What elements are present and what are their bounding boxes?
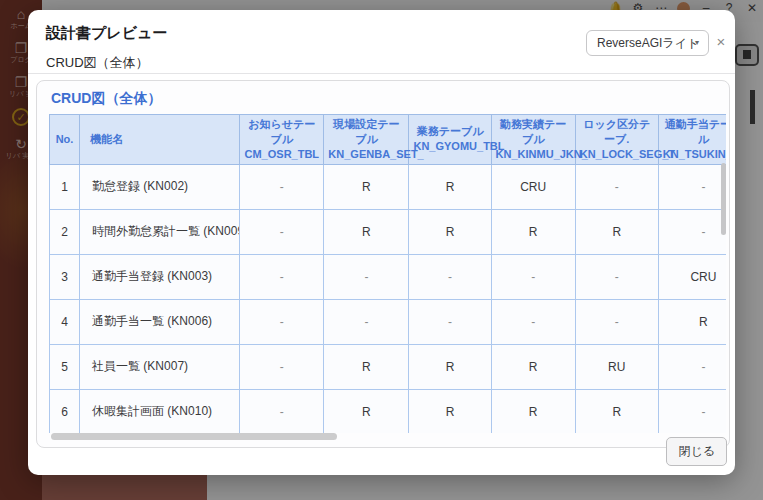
cell-crud-value: - xyxy=(240,164,324,209)
table-row: 6休暇集計画面 (KN010)-RRRR- xyxy=(50,389,727,433)
crud-header-row: No.機能名お知らせテーブルCM_OSR_TBL現場設定テーブルKN_GENBA… xyxy=(50,115,727,165)
cell-crud-value: - xyxy=(575,254,658,299)
cell-no: 4 xyxy=(50,299,80,344)
cell-function-name: 休暇集計画面 (KN010) xyxy=(80,389,240,433)
vertical-scrollbar[interactable] xyxy=(721,163,726,235)
cell-crud-value: - xyxy=(491,254,575,299)
cell-crud-value: R xyxy=(575,209,658,254)
crud-table-viewport: No.機能名お知らせテーブルCM_OSR_TBL現場設定テーブルKN_GENBA… xyxy=(49,114,726,433)
table-row: 1勤怠登録 (KN002)-RRCRU-- xyxy=(50,164,727,209)
chevron-down-icon: ▾ xyxy=(695,31,699,55)
cell-no: 3 xyxy=(50,254,80,299)
cell-function-name: 通勤手当一覧 (KN006) xyxy=(80,299,240,344)
cell-function-name: 勤怠登録 (KN002) xyxy=(80,164,240,209)
cell-crud-value: - xyxy=(240,299,324,344)
table-row: 4通勤手当一覧 (KN006)-----R xyxy=(50,299,727,344)
column-header: No. xyxy=(50,115,80,165)
cell-no: 6 xyxy=(50,389,80,433)
cell-function-name: 通勤手当登録 (KN003) xyxy=(80,254,240,299)
cell-crud-value: - xyxy=(409,299,491,344)
cell-crud-value: R xyxy=(324,209,409,254)
cell-crud-value: - xyxy=(240,344,324,389)
cell-crud-value: - xyxy=(240,209,324,254)
crud-diagram-title: CRUD図（全体） xyxy=(51,90,161,108)
cell-crud-value: R xyxy=(409,209,491,254)
crud-table: No.機能名お知らせテーブルCM_OSR_TBL現場設定テーブルKN_GENBA… xyxy=(49,114,726,433)
horizontal-scrollbar[interactable] xyxy=(51,433,337,440)
cell-crud-value: R xyxy=(324,389,409,433)
cell-function-name: 時間外勤怠累計一覧 (KN009) xyxy=(80,209,240,254)
cell-crud-value: - xyxy=(324,299,409,344)
cell-crud-value: R xyxy=(409,344,491,389)
cell-crud-value: - xyxy=(575,299,658,344)
crud-content-box: CRUD図（全体） No.機能名お知らせテーブルCM_OSR_TBL現場設定テー… xyxy=(36,80,730,448)
header-divider xyxy=(28,73,735,74)
cell-crud-value: R xyxy=(409,389,491,433)
cell-crud-value: - xyxy=(575,164,658,209)
cell-crud-value: R xyxy=(491,389,575,433)
template-select-value: ReverseAGIライト xyxy=(597,36,699,50)
modal-close-icon[interactable]: × xyxy=(711,32,731,52)
cell-crud-value: R xyxy=(324,344,409,389)
cell-crud-value: - xyxy=(658,164,726,209)
cell-crud-value: CRU xyxy=(491,164,575,209)
cell-crud-value: - xyxy=(409,254,491,299)
column-header: ロック区分テーブ.KN_LOCK_SEG_T xyxy=(575,115,658,165)
screen: 🔔⚙⋯–?✕ ⌂ホーム❐プログ❐リバ 実✓↻リバ 実行 設計書プレビュー Rev… xyxy=(0,0,763,500)
cell-no: 2 xyxy=(50,209,80,254)
cell-crud-value: R xyxy=(409,164,491,209)
template-select[interactable]: ReverseAGIライト ▾ xyxy=(586,30,709,56)
modal-subtitle: CRUD図（全体） xyxy=(46,54,149,72)
cell-crud-value: R xyxy=(658,299,726,344)
cell-crud-value: R xyxy=(324,164,409,209)
cell-crud-value: R xyxy=(575,389,658,433)
modal-title: 設計書プレビュー xyxy=(46,24,167,43)
cell-crud-value: - xyxy=(658,344,726,389)
table-row: 3通勤手当登録 (KN003)-----CRU xyxy=(50,254,727,299)
column-header: 通勤手当テーブルKN_TSUKIN_TEA xyxy=(658,115,726,165)
cell-crud-value: - xyxy=(491,299,575,344)
cell-crud-value: R xyxy=(491,209,575,254)
cell-crud-value: - xyxy=(240,254,324,299)
column-header: 機能名 xyxy=(80,115,240,165)
cell-crud-value: RU xyxy=(575,344,658,389)
cell-function-name: 社員一覧 (KN007) xyxy=(80,344,240,389)
table-row: 5社員一覧 (KN007)-RRRRU- xyxy=(50,344,727,389)
cell-no: 1 xyxy=(50,164,80,209)
column-header: 現場設定テーブルKN_GENBA_SET_ xyxy=(324,115,409,165)
column-header: お知らせテーブルCM_OSR_TBL xyxy=(240,115,324,165)
table-row: 2時間外勤怠累計一覧 (KN009)-RRRR- xyxy=(50,209,727,254)
cell-crud-value: - xyxy=(658,389,726,433)
close-button[interactable]: 閉じる xyxy=(666,437,727,466)
design-doc-preview-modal: 設計書プレビュー ReverseAGIライト ▾ × CRUD図（全体） CRU… xyxy=(28,10,735,475)
cell-no: 5 xyxy=(50,344,80,389)
cell-crud-value: - xyxy=(240,389,324,433)
cell-crud-value: - xyxy=(324,254,409,299)
cell-crud-value: - xyxy=(658,209,726,254)
cell-crud-value: R xyxy=(491,344,575,389)
cell-crud-value: CRU xyxy=(658,254,726,299)
